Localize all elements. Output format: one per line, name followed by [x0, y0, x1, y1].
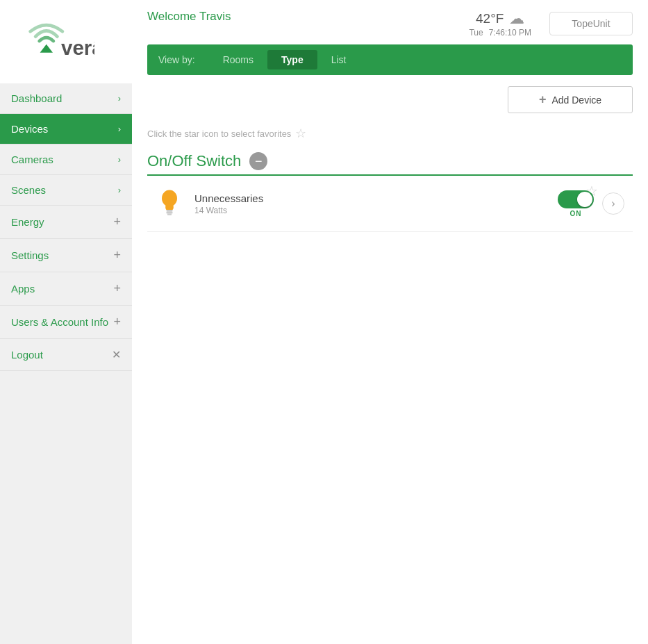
- welcome-text: Welcome Travis: [147, 10, 231, 24]
- device-list: ☆ Unnecessaries 14 Watts: [147, 176, 633, 232]
- svg-text:™: ™: [93, 41, 94, 48]
- sidebar-item-label: Scenes: [11, 184, 46, 196]
- svg-rect-6: [167, 214, 172, 215]
- header: Welcome Travis 42°F ☁ Tue 7:46:10 PM Top…: [132, 0, 648, 44]
- plus-icon: +: [113, 281, 121, 296]
- sidebar-item-logout[interactable]: Logout ✕: [0, 339, 132, 371]
- view-list-option[interactable]: List: [317, 50, 360, 69]
- device-controls: ON ›: [558, 190, 624, 217]
- plus-icon: +: [113, 215, 121, 229]
- device-name: Unnecessaries: [194, 192, 558, 204]
- sidebar-item-label: Energy: [11, 216, 44, 228]
- toggle-thumb: [577, 192, 592, 207]
- temperature: 42°F: [476, 11, 504, 26]
- lightbulb-icon: [156, 187, 183, 217]
- header-right: 42°F ☁ Tue 7:46:10 PM TopeUnit: [469, 10, 633, 38]
- sidebar-item-energy[interactable]: Energy +: [0, 206, 132, 239]
- toggle-track: [558, 190, 594, 208]
- unit-label: TopeUnit: [572, 18, 610, 29]
- device-info: Unnecessaries 14 Watts: [194, 192, 558, 215]
- plus-icon: +: [539, 92, 547, 107]
- chevron-right-icon: ›: [118, 185, 121, 195]
- view-by-label: View by:: [158, 54, 195, 65]
- chevron-right-icon: ›: [118, 93, 121, 104]
- section-on-off-switch: On/Off Switch −: [147, 152, 633, 176]
- sidebar: vera ™ Dashboard › Devices › Cameras › S…: [0, 0, 132, 644]
- logo-area: vera ™: [0, 0, 132, 83]
- weather-day: Tue: [469, 28, 483, 38]
- vera-logo: vera ™: [11, 17, 94, 69]
- chevron-right-icon: ›: [118, 124, 121, 134]
- star-icon: ☆: [295, 126, 306, 141]
- svg-rect-5: [166, 212, 172, 214]
- svg-point-3: [162, 190, 177, 207]
- sidebar-item-users-account[interactable]: Users & Account Info +: [0, 306, 132, 339]
- sidebar-item-cameras[interactable]: Cameras ›: [0, 145, 132, 175]
- minus-icon: −: [255, 155, 263, 167]
- sidebar-item-label: Users & Account Info: [11, 316, 108, 328]
- table-row: ☆ Unnecessaries 14 Watts: [147, 176, 633, 232]
- svg-rect-4: [166, 210, 172, 212]
- svg-text:vera: vera: [61, 36, 94, 59]
- section-title: On/Off Switch: [147, 152, 241, 170]
- device-detail-button[interactable]: ›: [602, 192, 624, 215]
- sidebar-item-dashboard[interactable]: Dashboard ›: [0, 83, 132, 114]
- view-by-bar: View by: Rooms Type List: [147, 44, 633, 75]
- weather-widget: 42°F ☁ Tue 7:46:10 PM: [469, 10, 531, 38]
- add-device-label: Add Device: [551, 94, 601, 106]
- plus-icon: +: [113, 315, 121, 329]
- close-icon: ✕: [112, 348, 121, 361]
- sidebar-item-scenes[interactable]: Scenes ›: [0, 175, 132, 206]
- sidebar-item-label: Apps: [11, 283, 35, 295]
- toggle-state-label: ON: [570, 210, 582, 217]
- sidebar-item-label: Dashboard: [11, 92, 62, 104]
- add-device-row: + Add Device: [147, 86, 633, 113]
- sidebar-item-devices[interactable]: Devices ›: [0, 114, 132, 145]
- chevron-right-icon: ›: [118, 154, 121, 165]
- sidebar-item-label: Devices: [11, 123, 48, 135]
- sidebar-item-apps[interactable]: Apps +: [0, 272, 132, 306]
- device-icon: [156, 187, 183, 220]
- plus-icon: +: [113, 248, 121, 263]
- svg-marker-0: [40, 44, 53, 53]
- device-sub: 14 Watts: [194, 206, 558, 215]
- sidebar-item-label: Logout: [11, 349, 43, 361]
- weather-time: 7:46:10 PM: [489, 28, 531, 38]
- collapse-section-button[interactable]: −: [249, 152, 267, 170]
- chevron-right-icon: ›: [611, 197, 615, 210]
- weather-datetime: Tue 7:46:10 PM: [469, 28, 531, 38]
- sidebar-item-label: Cameras: [11, 154, 53, 165]
- power-toggle[interactable]: [558, 190, 594, 208]
- toggle-container: ON: [558, 190, 594, 217]
- sidebar-item-label: Settings: [11, 249, 49, 261]
- view-rooms-option[interactable]: Rooms: [209, 50, 267, 69]
- cloud-icon: ☁: [509, 10, 524, 28]
- view-type-option[interactable]: Type: [267, 50, 317, 69]
- unit-selector[interactable]: TopeUnit: [549, 12, 633, 35]
- add-device-button[interactable]: + Add Device: [508, 86, 633, 113]
- favorites-hint-text: Click the star icon to select favorites: [147, 129, 291, 139]
- sidebar-item-settings[interactable]: Settings +: [0, 239, 132, 272]
- favorites-hint: Click the star icon to select favorites …: [147, 126, 633, 141]
- weather-top: 42°F ☁: [476, 10, 524, 28]
- main-content: Welcome Travis 42°F ☁ Tue 7:46:10 PM Top…: [132, 0, 648, 644]
